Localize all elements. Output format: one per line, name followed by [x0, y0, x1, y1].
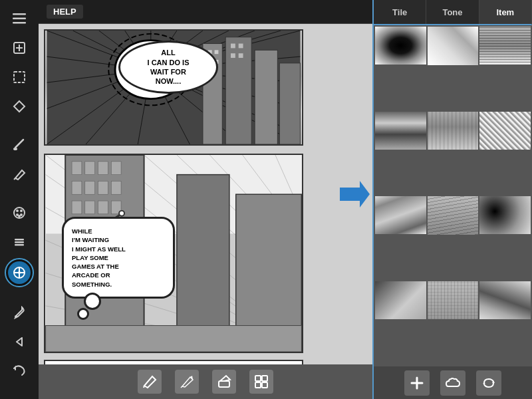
help-button[interactable]: HELP — [47, 5, 83, 19]
material-item-4[interactable] — [375, 112, 426, 150]
svg-rect-85 — [85, 181, 95, 194]
grid-tool[interactable] — [249, 370, 273, 394]
svg-point-13 — [20, 209, 23, 212]
svg-rect-62 — [231, 53, 235, 58]
material-item-11[interactable] — [428, 281, 479, 320]
material-item-1[interactable] — [375, 27, 426, 65]
comic-panel-2: WHILE I'M WAITING I MIGHT AS WELL PLAY S… — [44, 154, 303, 353]
svg-rect-60 — [231, 44, 235, 49]
canvas-area[interactable]: ALL I CAN DO IS WAIT FOR NOW.... — [39, 24, 372, 364]
material-item-6[interactable] — [479, 112, 531, 150]
svg-rect-53 — [225, 37, 251, 144]
svg-rect-54 — [255, 50, 277, 144]
menu-icon[interactable] — [6, 5, 33, 32]
svg-line-10 — [14, 178, 15, 180]
material-item-8[interactable] — [428, 196, 479, 235]
share-icon[interactable] — [6, 329, 33, 355]
svg-line-8 — [15, 140, 23, 148]
svg-rect-105 — [219, 381, 229, 387]
svg-rect-109 — [262, 382, 267, 388]
svg-rect-86 — [98, 181, 108, 194]
top-bar: HELP — [39, 0, 372, 24]
refresh-button[interactable] — [476, 370, 501, 396]
svg-marker-113 — [483, 383, 485, 384]
pen-tool[interactable] — [175, 370, 199, 394]
svg-rect-81 — [85, 162, 95, 175]
cloud-button[interactable] — [440, 370, 466, 396]
eraser-tool[interactable] — [212, 370, 236, 394]
arrow-indicator — [336, 181, 370, 207]
svg-rect-6 — [14, 72, 25, 82]
svg-rect-63 — [239, 53, 243, 58]
svg-rect-88 — [72, 201, 82, 214]
material-item-10[interactable] — [375, 281, 426, 319]
svg-point-9 — [13, 148, 17, 150]
add-button[interactable] — [404, 370, 430, 396]
svg-rect-2 — [13, 22, 26, 24]
svg-rect-82 — [98, 162, 108, 175]
transform-icon[interactable] — [6, 93, 33, 120]
svg-rect-84 — [72, 181, 82, 194]
svg-point-23 — [18, 271, 21, 274]
comic-panel-1: ALL I CAN DO IS WAIT FOR NOW.... — [44, 29, 303, 146]
eyedropper-icon[interactable] — [6, 299, 33, 326]
pencil-tool[interactable] — [138, 370, 162, 394]
svg-rect-80 — [72, 162, 82, 175]
material-item-5[interactable] — [428, 112, 479, 150]
brush-icon[interactable] — [6, 132, 33, 158]
tab-tile[interactable]: Tile — [374, 0, 426, 24]
svg-line-104 — [181, 386, 182, 388]
svg-point-24 — [15, 315, 17, 318]
svg-rect-107 — [262, 376, 267, 381]
material-item-3[interactable] — [479, 27, 531, 65]
svg-rect-18 — [15, 241, 24, 243]
material-icon[interactable] — [5, 258, 34, 287]
svg-rect-90 — [98, 201, 108, 214]
svg-rect-89 — [85, 201, 95, 214]
svg-line-103 — [144, 386, 144, 388]
svg-rect-0 — [13, 13, 26, 15]
material-item-2[interactable] — [428, 27, 479, 65]
pen-icon[interactable] — [6, 161, 33, 188]
tab-item[interactable]: Item — [479, 0, 532, 25]
tab-tone[interactable]: Tone — [426, 0, 479, 24]
material-item-12[interactable] — [479, 281, 531, 319]
svg-point-98 — [119, 211, 124, 216]
svg-rect-61 — [239, 44, 243, 49]
svg-point-12 — [16, 209, 19, 212]
material-item-9[interactable] — [479, 196, 531, 234]
main-area: HELP — [39, 0, 372, 399]
svg-rect-57 — [215, 50, 219, 54]
cloud-bubble: WHILE I'M WAITING I MIGHT AS WELL PLAY S… — [62, 217, 175, 299]
svg-rect-83 — [111, 162, 121, 175]
svg-rect-108 — [255, 382, 261, 388]
edit-icon[interactable] — [6, 35, 33, 61]
select-icon[interactable] — [6, 64, 33, 90]
left-toolbar — [0, 0, 39, 399]
comic-panel-3 — [44, 360, 303, 364]
svg-rect-17 — [15, 239, 24, 241]
comic-panels: ALL I CAN DO IS WAIT FOR NOW.... — [39, 24, 372, 364]
svg-rect-101 — [46, 326, 302, 352]
svg-point-16 — [18, 215, 21, 217]
layers-icon[interactable] — [6, 229, 33, 255]
undo-icon[interactable] — [6, 358, 33, 384]
svg-marker-7 — [14, 101, 25, 112]
svg-marker-102 — [340, 181, 370, 207]
svg-rect-19 — [15, 244, 24, 246]
action-bar — [374, 366, 532, 399]
tabs: Tile Tone Item — [374, 0, 532, 25]
svg-rect-106 — [255, 376, 261, 381]
palette-icon[interactable] — [6, 200, 33, 226]
svg-rect-55 — [279, 63, 300, 144]
bottom-toolbar — [39, 364, 372, 399]
right-panel: Tile Tone Item — [372, 0, 532, 399]
svg-rect-1 — [13, 18, 26, 20]
material-grid — [374, 25, 532, 366]
speech-bubble-1: ALL I CAN DO IS WAIT FOR NOW.... — [118, 41, 218, 94]
svg-rect-87 — [111, 181, 121, 194]
material-item-7[interactable] — [375, 196, 426, 234]
